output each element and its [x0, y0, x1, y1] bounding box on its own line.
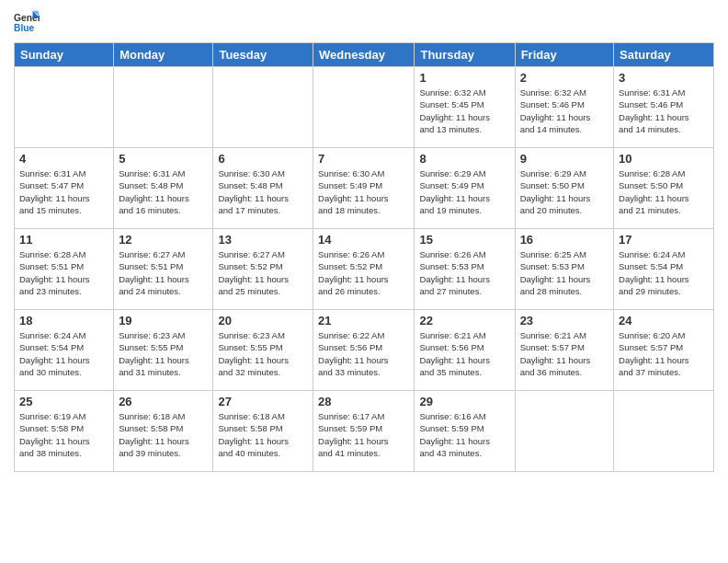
- weekday-header-row: SundayMondayTuesdayWednesdayThursdayFrid…: [15, 43, 714, 67]
- calendar-cell: 26Sunrise: 6:18 AM Sunset: 5:58 PM Dayli…: [114, 391, 213, 472]
- calendar-cell: 24Sunrise: 6:20 AM Sunset: 5:57 PM Dayli…: [614, 310, 714, 391]
- day-info: Sunrise: 6:20 AM Sunset: 5:57 PM Dayligh…: [619, 329, 709, 378]
- calendar-cell: [515, 391, 613, 472]
- calendar-cell: [313, 67, 415, 148]
- day-number: 18: [19, 314, 108, 327]
- day-info: Sunrise: 6:17 AM Sunset: 5:59 PM Dayligh…: [318, 410, 409, 459]
- weekday-header-thursday: Thursday: [415, 43, 515, 67]
- day-number: 12: [119, 233, 208, 247]
- day-number: 10: [619, 152, 709, 166]
- day-number: 17: [619, 233, 709, 247]
- day-number: 3: [619, 71, 709, 85]
- day-info: Sunrise: 6:28 AM Sunset: 5:51 PM Dayligh…: [19, 248, 108, 297]
- day-number: 11: [19, 233, 108, 247]
- calendar-cell: 10Sunrise: 6:28 AM Sunset: 5:50 PM Dayli…: [614, 148, 714, 229]
- day-info: Sunrise: 6:31 AM Sunset: 5:48 PM Dayligh…: [119, 167, 208, 216]
- calendar-cell: [15, 67, 114, 148]
- calendar-cell: 28Sunrise: 6:17 AM Sunset: 5:59 PM Dayli…: [313, 391, 415, 472]
- calendar-cell: 29Sunrise: 6:16 AM Sunset: 5:59 PM Dayli…: [415, 391, 515, 472]
- calendar-cell: 12Sunrise: 6:27 AM Sunset: 5:51 PM Dayli…: [114, 229, 213, 310]
- day-number: 4: [19, 152, 108, 166]
- day-info: Sunrise: 6:21 AM Sunset: 5:56 PM Dayligh…: [419, 329, 509, 378]
- day-info: Sunrise: 6:21 AM Sunset: 5:57 PM Dayligh…: [520, 329, 609, 378]
- logo-icon: General Blue: [14, 9, 40, 35]
- calendar-cell: 23Sunrise: 6:21 AM Sunset: 5:57 PM Dayli…: [515, 310, 613, 391]
- weekday-header-sunday: Sunday: [15, 43, 114, 67]
- day-number: 16: [520, 233, 609, 247]
- day-info: Sunrise: 6:29 AM Sunset: 5:50 PM Dayligh…: [520, 167, 609, 216]
- weekday-header-monday: Monday: [114, 43, 213, 67]
- day-info: Sunrise: 6:27 AM Sunset: 5:51 PM Dayligh…: [119, 248, 208, 297]
- calendar-week-row: 11Sunrise: 6:28 AM Sunset: 5:51 PM Dayli…: [15, 229, 714, 310]
- calendar-cell: 2Sunrise: 6:32 AM Sunset: 5:46 PM Daylig…: [515, 67, 613, 148]
- calendar-cell: 9Sunrise: 6:29 AM Sunset: 5:50 PM Daylig…: [515, 148, 613, 229]
- day-info: Sunrise: 6:27 AM Sunset: 5:52 PM Dayligh…: [218, 248, 308, 297]
- calendar-cell: 25Sunrise: 6:19 AM Sunset: 5:58 PM Dayli…: [15, 391, 114, 472]
- calendar-cell: 1Sunrise: 6:32 AM Sunset: 5:45 PM Daylig…: [415, 67, 515, 148]
- calendar-cell: 11Sunrise: 6:28 AM Sunset: 5:51 PM Dayli…: [15, 229, 114, 310]
- calendar-week-row: 18Sunrise: 6:24 AM Sunset: 5:54 PM Dayli…: [15, 310, 714, 391]
- calendar-week-row: 4Sunrise: 6:31 AM Sunset: 5:47 PM Daylig…: [15, 148, 714, 229]
- day-info: Sunrise: 6:28 AM Sunset: 5:50 PM Dayligh…: [619, 167, 709, 216]
- calendar-cell: 19Sunrise: 6:23 AM Sunset: 5:55 PM Dayli…: [114, 310, 213, 391]
- calendar-cell: 6Sunrise: 6:30 AM Sunset: 5:48 PM Daylig…: [213, 148, 313, 229]
- day-info: Sunrise: 6:32 AM Sunset: 5:46 PM Dayligh…: [520, 86, 609, 135]
- weekday-header-saturday: Saturday: [614, 43, 714, 67]
- day-info: Sunrise: 6:19 AM Sunset: 5:58 PM Dayligh…: [19, 410, 108, 459]
- day-info: Sunrise: 6:29 AM Sunset: 5:49 PM Dayligh…: [419, 167, 509, 216]
- calendar-cell: [114, 67, 213, 148]
- calendar-cell: 8Sunrise: 6:29 AM Sunset: 5:49 PM Daylig…: [415, 148, 515, 229]
- day-number: 8: [419, 152, 509, 166]
- day-info: Sunrise: 6:26 AM Sunset: 5:53 PM Dayligh…: [419, 248, 509, 297]
- calendar-cell: 15Sunrise: 6:26 AM Sunset: 5:53 PM Dayli…: [415, 229, 515, 310]
- day-info: Sunrise: 6:23 AM Sunset: 5:55 PM Dayligh…: [218, 329, 308, 378]
- calendar-cell: [614, 391, 714, 472]
- day-info: Sunrise: 6:16 AM Sunset: 5:59 PM Dayligh…: [419, 410, 509, 459]
- day-number: 5: [119, 152, 208, 166]
- day-info: Sunrise: 6:24 AM Sunset: 5:54 PM Dayligh…: [619, 248, 709, 297]
- day-info: Sunrise: 6:25 AM Sunset: 5:53 PM Dayligh…: [520, 248, 609, 297]
- day-info: Sunrise: 6:30 AM Sunset: 5:48 PM Dayligh…: [218, 167, 308, 216]
- calendar-cell: 14Sunrise: 6:26 AM Sunset: 5:52 PM Dayli…: [313, 229, 415, 310]
- day-number: 7: [318, 152, 409, 166]
- day-info: Sunrise: 6:18 AM Sunset: 5:58 PM Dayligh…: [218, 410, 308, 459]
- calendar-cell: 3Sunrise: 6:31 AM Sunset: 5:46 PM Daylig…: [614, 67, 714, 148]
- day-number: 23: [520, 314, 609, 327]
- calendar-week-row: 25Sunrise: 6:19 AM Sunset: 5:58 PM Dayli…: [15, 391, 714, 472]
- day-info: Sunrise: 6:26 AM Sunset: 5:52 PM Dayligh…: [318, 248, 409, 297]
- calendar-cell: 21Sunrise: 6:22 AM Sunset: 5:56 PM Dayli…: [313, 310, 415, 391]
- weekday-header-tuesday: Tuesday: [213, 43, 313, 67]
- calendar-cell: 17Sunrise: 6:24 AM Sunset: 5:54 PM Dayli…: [614, 229, 714, 310]
- calendar-cell: 5Sunrise: 6:31 AM Sunset: 5:48 PM Daylig…: [114, 148, 213, 229]
- day-number: 19: [119, 314, 208, 327]
- day-info: Sunrise: 6:22 AM Sunset: 5:56 PM Dayligh…: [318, 329, 409, 378]
- day-info: Sunrise: 6:31 AM Sunset: 5:46 PM Dayligh…: [619, 86, 709, 135]
- calendar-cell: 7Sunrise: 6:30 AM Sunset: 5:49 PM Daylig…: [313, 148, 415, 229]
- day-info: Sunrise: 6:30 AM Sunset: 5:49 PM Dayligh…: [318, 167, 409, 216]
- calendar-cell: 16Sunrise: 6:25 AM Sunset: 5:53 PM Dayli…: [515, 229, 613, 310]
- day-info: Sunrise: 6:31 AM Sunset: 5:47 PM Dayligh…: [19, 167, 108, 216]
- day-number: 15: [419, 233, 509, 247]
- day-number: 22: [419, 314, 509, 327]
- calendar-cell: 27Sunrise: 6:18 AM Sunset: 5:58 PM Dayli…: [213, 391, 313, 472]
- day-number: 20: [218, 314, 308, 327]
- day-info: Sunrise: 6:24 AM Sunset: 5:54 PM Dayligh…: [19, 329, 108, 378]
- calendar-cell: [213, 67, 313, 148]
- weekday-header-friday: Friday: [515, 43, 613, 67]
- day-number: 6: [218, 152, 308, 166]
- day-number: 14: [318, 233, 409, 247]
- day-number: 2: [520, 71, 609, 85]
- svg-text:Blue: Blue: [14, 23, 35, 33]
- day-number: 27: [218, 395, 308, 408]
- day-number: 24: [619, 314, 709, 327]
- day-number: 13: [218, 233, 308, 247]
- calendar-cell: 18Sunrise: 6:24 AM Sunset: 5:54 PM Dayli…: [15, 310, 114, 391]
- calendar-week-row: 1Sunrise: 6:32 AM Sunset: 5:45 PM Daylig…: [15, 67, 714, 148]
- day-number: 28: [318, 395, 409, 408]
- day-number: 1: [419, 71, 509, 85]
- logo: General Blue: [14, 9, 43, 35]
- calendar-cell: 13Sunrise: 6:27 AM Sunset: 5:52 PM Dayli…: [213, 229, 313, 310]
- calendar-body: 1Sunrise: 6:32 AM Sunset: 5:45 PM Daylig…: [15, 67, 714, 472]
- day-info: Sunrise: 6:18 AM Sunset: 5:58 PM Dayligh…: [119, 410, 208, 459]
- day-number: 9: [520, 152, 609, 166]
